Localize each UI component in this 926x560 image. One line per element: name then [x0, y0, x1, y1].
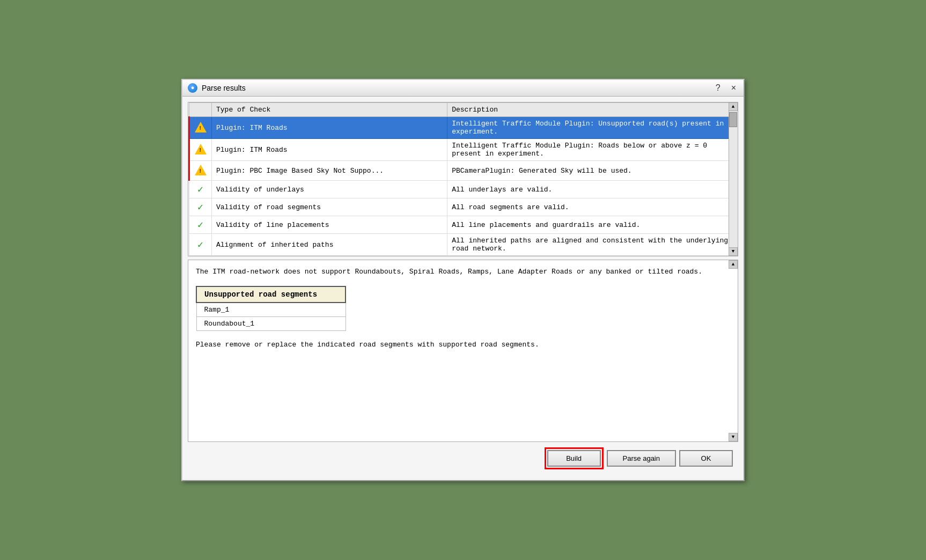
build-button[interactable]: Build	[547, 450, 601, 467]
dialog-title: Parse results	[202, 84, 246, 92]
row-desc-cell: All road segments are valid.	[447, 198, 736, 216]
button-row: Build Parse again OK	[188, 442, 738, 475]
table-row[interactable]: ✓ Alignment of inherited paths All inher…	[189, 234, 737, 256]
title-bar-left: ● Parse results	[188, 83, 246, 93]
unsupported-item-row: Roundabout_1	[196, 316, 346, 330]
row-desc-cell: All line placements and guardrails are v…	[447, 216, 736, 234]
row-icon-cell: ✓	[189, 216, 212, 234]
results-table: Type of Check Description Plugin: ITM R	[188, 102, 738, 256]
warn-triangle	[195, 122, 207, 132]
parse-results-dialog: ● Parse results ? × Type of Check Descri…	[181, 79, 745, 481]
unsupported-item-ramp: Ramp_1	[196, 303, 346, 317]
dialog-icon: ●	[188, 83, 197, 93]
description-intro: The ITM road-network does not support Ro…	[196, 267, 730, 277]
row-desc-cell: PBCameraPlugin: Generated Sky will be us…	[447, 161, 736, 181]
row-type-cell: Alignment of inherited paths	[212, 234, 447, 256]
check-icon: ✓	[197, 220, 203, 231]
unsupported-table-header: Unsupported road segments	[196, 286, 346, 303]
row-desc-cell: All underlays are valid.	[447, 181, 736, 198]
ok-button[interactable]: OK	[679, 450, 733, 467]
scrollbar-down-arrow[interactable]: ▼	[729, 247, 738, 256]
scrollbar-thumb[interactable]	[729, 112, 737, 127]
table-row[interactable]: ✓ Validity of line placements All line p…	[189, 216, 737, 234]
row-type-cell: Plugin: ITM Roads	[212, 117, 447, 139]
parse-again-button[interactable]: Parse again	[607, 450, 676, 467]
unsupported-item-roundabout: Roundabout_1	[196, 316, 346, 330]
description-footer: Please remove or replace the indicated r…	[196, 340, 730, 350]
close-button[interactable]: ×	[729, 83, 738, 93]
warn-triangle	[195, 144, 207, 154]
warning-icon	[194, 143, 207, 156]
row-type-cell: Validity of underlays	[212, 181, 447, 198]
desc-scroll-up-arrow[interactable]: ▲	[729, 260, 738, 269]
warning-icon	[194, 164, 207, 176]
row-icon-cell: ✓	[189, 234, 212, 256]
row-type-cell: Plugin: PBC Image Based Sky Not Suppo...	[212, 161, 447, 181]
desc-col-header: Description	[447, 103, 736, 117]
row-icon-cell: ✓	[189, 198, 212, 216]
desc-scroll-down-arrow[interactable]: ▼	[729, 433, 738, 441]
build-button-wrapper: Build	[545, 447, 604, 469]
row-type-cell: Validity of line placements	[212, 216, 447, 234]
row-icon-cell	[189, 161, 212, 181]
unsupported-item-row: Ramp_1	[196, 303, 346, 317]
warning-icon	[194, 121, 207, 134]
help-button[interactable]: ?	[714, 83, 723, 93]
row-icon-cell	[189, 139, 212, 161]
table-header-row: Type of Check Description	[189, 103, 737, 117]
title-bar-right: ? ×	[714, 83, 738, 93]
icon-col-header	[189, 103, 212, 117]
row-desc-cell: Intelligent Traffic Module Plugin: Unsup…	[447, 117, 736, 139]
dialog-content: Type of Check Description Plugin: ITM R	[182, 97, 744, 480]
row-icon-cell: ✓	[189, 181, 212, 198]
unsupported-table-header-row: Unsupported road segments	[196, 286, 346, 303]
warn-triangle	[195, 165, 207, 175]
check-icon: ✓	[197, 185, 203, 195]
check-icon: ✓	[197, 202, 203, 213]
row-type-cell: Plugin: ITM Roads	[212, 139, 447, 161]
unsupported-table: Unsupported road segments Ramp_1 Roundab…	[196, 286, 346, 331]
row-icon-cell	[189, 117, 212, 139]
table-row[interactable]: ✓ Validity of road segments All road seg…	[189, 198, 737, 216]
table-row[interactable]: Plugin: ITM Roads Intelligent Traffic Mo…	[189, 117, 737, 139]
table-row[interactable]: ✓ Validity of underlays All underlays ar…	[189, 181, 737, 198]
results-table-container: Type of Check Description Plugin: ITM R	[188, 102, 738, 256]
title-bar: ● Parse results ? ×	[182, 80, 744, 97]
description-panel: ▲ The ITM road-network does not support …	[188, 260, 738, 442]
row-desc-cell: All inherited paths are aligned and cons…	[447, 234, 736, 256]
scrollbar-up-arrow[interactable]: ▲	[729, 102, 738, 111]
row-type-cell: Validity of road segments	[212, 198, 447, 216]
check-icon: ✓	[197, 240, 203, 250]
table-row[interactable]: Plugin: PBC Image Based Sky Not Suppo...…	[189, 161, 737, 181]
row-desc-cell: Intelligent Traffic Module Plugin: Roads…	[447, 139, 736, 161]
table-row[interactable]: Plugin: ITM Roads Intelligent Traffic Mo…	[189, 139, 737, 161]
type-col-header: Type of Check	[212, 103, 447, 117]
